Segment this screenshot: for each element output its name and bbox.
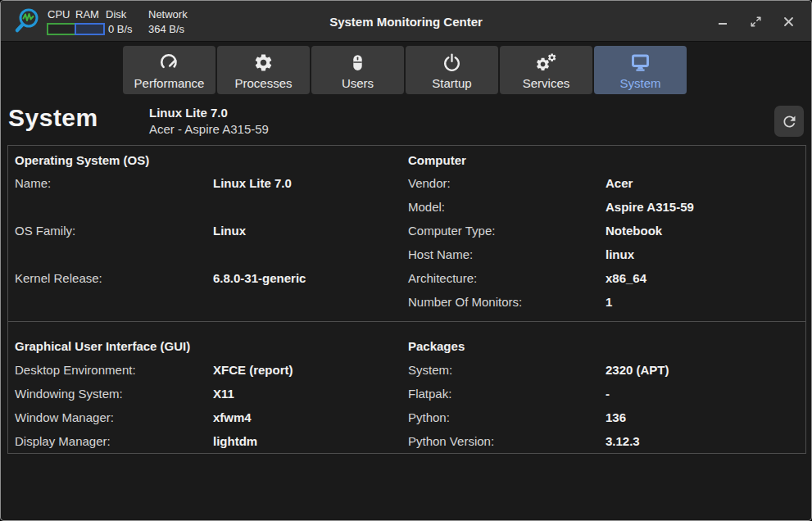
row-value: 1	[606, 295, 612, 309]
tab-label: System	[619, 76, 660, 90]
disk-label: Disk	[106, 8, 126, 20]
refresh-button[interactable]	[774, 106, 804, 137]
row-value: Acer	[606, 176, 633, 190]
row-value: 2320 (APT)	[606, 363, 669, 377]
row-label: Name:	[15, 176, 51, 190]
section-divider	[8, 321, 805, 322]
cpu-label: CPU	[48, 8, 70, 20]
info-row: Architecture: x86_64	[408, 271, 477, 285]
tab-bar: Performance Processes Users	[123, 46, 687, 94]
row-value: linux	[606, 247, 634, 261]
monitor-icon	[629, 52, 651, 74]
row-label: Python:	[408, 410, 450, 424]
row-value: 3.12.3	[606, 434, 640, 448]
close-button[interactable]	[772, 7, 805, 35]
tab-performance[interactable]: Performance	[123, 46, 215, 94]
maximize-button[interactable]	[739, 7, 772, 35]
row-value: -	[606, 387, 610, 401]
row-label: Desktop Environment:	[15, 363, 136, 377]
info-row: Desktop Environment: XFCE (report)	[15, 363, 136, 377]
row-value: lightdm	[213, 434, 257, 448]
tab-label: Users	[342, 76, 374, 90]
row-value: Aspire A315-59	[606, 200, 694, 214]
ram-label: RAM	[75, 8, 99, 20]
tab-users[interactable]: Users	[311, 46, 404, 94]
info-row: System: 2320 (APT)	[408, 363, 452, 377]
row-value: xfwm4	[213, 410, 252, 424]
tab-label: Performance	[134, 76, 205, 90]
row-label: Python Version:	[408, 434, 494, 448]
minimize-button[interactable]	[706, 7, 739, 35]
section-title-gui: Graphical User Interface (GUI)	[15, 339, 190, 353]
info-row: Flatpak: -	[408, 387, 451, 401]
subtitle-distro: Linux Lite 7.0	[149, 105, 269, 121]
close-icon	[783, 16, 794, 27]
cpu-meter	[47, 23, 77, 35]
app-window: CPU RAM Disk 0 B/s Network 364 B/s Syste…	[0, 0, 812, 521]
window-controls	[706, 1, 805, 42]
row-label: Kernel Release:	[15, 271, 102, 285]
row-value: Notebook	[606, 224, 662, 238]
section-title-os: Operating System (OS)	[15, 153, 149, 167]
section-title-packages: Packages	[408, 339, 465, 353]
tab-services[interactable]: Services	[500, 46, 592, 94]
subtitle-device: Acer - Aspire A315-59	[149, 121, 269, 138]
row-label: Vendor:	[408, 176, 451, 190]
info-row: Python: 136	[408, 410, 450, 424]
network-value: 364 B/s	[148, 23, 184, 35]
tab-label: Services	[523, 76, 570, 90]
info-row: Name: Linux Lite 7.0	[15, 176, 51, 190]
page-subtitle: Linux Lite 7.0 Acer - Aspire A315-59	[149, 105, 269, 138]
info-row: Kernel Release: 6.8.0-31-generic	[15, 271, 102, 285]
restore-icon	[750, 16, 762, 28]
network-label: Network	[148, 8, 188, 20]
row-label: Flatpak:	[408, 387, 451, 401]
row-label: OS Family:	[15, 224, 75, 238]
info-row: OS Family: Linux	[15, 224, 75, 238]
info-row: Host Name: linux	[408, 247, 473, 261]
row-label: Number Of Monitors:	[408, 295, 522, 309]
row-label: Display Manager:	[15, 434, 111, 448]
row-label: Windowing System:	[15, 387, 123, 401]
system-info-panel: Operating System (OS) Name: Linux Lite 7…	[7, 145, 806, 454]
refresh-icon	[781, 113, 798, 130]
info-row: Python Version: 3.12.3	[408, 434, 494, 448]
row-label: Computer Type:	[408, 224, 495, 238]
row-value: Linux	[213, 224, 246, 238]
info-row: Computer Type: Notebook	[408, 224, 495, 238]
window-title: System Monitoring Center	[1, 1, 811, 42]
section-title-computer: Computer	[408, 153, 466, 167]
row-label: Host Name:	[408, 247, 473, 261]
row-value: 6.8.0-31-generic	[213, 271, 306, 285]
row-label: System:	[408, 363, 452, 377]
row-label: Model:	[408, 200, 445, 214]
info-row: Vendor: Acer	[408, 176, 451, 190]
info-row: Windowing System: X11	[15, 387, 123, 401]
info-row: Model: Aspire A315-59	[408, 200, 445, 214]
row-value: 136	[606, 410, 626, 424]
info-row: Number Of Monitors: 1	[408, 295, 522, 309]
tab-system[interactable]: System	[594, 46, 687, 94]
row-value: x86_64	[606, 271, 646, 285]
info-row: Display Manager: lightdm	[15, 434, 111, 448]
row-value: Linux Lite 7.0	[213, 176, 292, 190]
titlebar: CPU RAM Disk 0 B/s Network 364 B/s Syste…	[1, 1, 811, 42]
gears-icon	[535, 52, 557, 74]
app-logo-icon	[11, 6, 43, 37]
tab-startup[interactable]: Startup	[406, 46, 498, 94]
gear-icon	[252, 52, 274, 74]
row-label: Architecture:	[408, 271, 477, 285]
row-value: X11	[213, 387, 234, 401]
disk-value: 0 B/s	[108, 23, 133, 35]
tab-processes[interactable]: Processes	[217, 46, 310, 94]
gauge-icon	[158, 52, 180, 74]
mouse-icon	[347, 52, 369, 74]
row-value: XFCE (report)	[213, 363, 293, 377]
page-title: System	[8, 104, 98, 132]
row-label: Window Manager:	[15, 410, 114, 424]
ram-meter	[75, 23, 105, 35]
power-icon	[441, 52, 463, 74]
tab-label: Startup	[432, 76, 471, 90]
info-row: Window Manager: xfwm4	[15, 410, 114, 424]
minimize-icon	[718, 16, 728, 26]
